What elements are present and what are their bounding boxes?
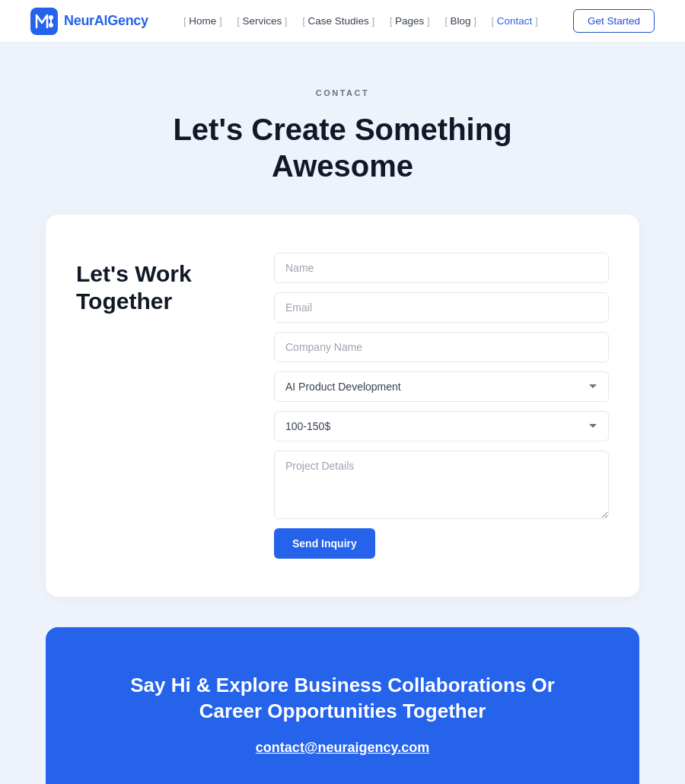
hero-label: CONTACT — [30, 88, 655, 97]
name-input[interactable] — [274, 253, 609, 283]
nav-services[interactable]: [ Services ] — [231, 11, 293, 31]
nav-pages[interactable]: [ Pages ] — [384, 11, 436, 31]
nav-case-studies[interactable]: [ Case Studies ] — [296, 11, 381, 31]
send-inquiry-button[interactable]: Send Inquiry — [274, 528, 375, 559]
svg-rect-0 — [30, 8, 58, 35]
hero-section: CONTACT Let's Create Something Awesome — [0, 43, 685, 215]
budget-select[interactable]: 100-150$ 150-300$ 300-500$ 500$+ — [274, 411, 609, 441]
cta-banner: Say Hi & Explore Business Collaborations… — [46, 627, 639, 784]
nav-menu: [ Home ] [ Services ] [ Case Studies ] [… — [177, 11, 543, 31]
service-select[interactable]: AI Product Development Machine Learning … — [274, 371, 609, 402]
card-left-content: Let's Work Together — [76, 253, 244, 315]
hero-title: Let's Create Something Awesome — [30, 111, 655, 184]
logo-text: NeurAlGency — [64, 13, 148, 29]
project-details-textarea[interactable] — [274, 451, 609, 519]
cta-email-link[interactable]: contact@neuraigency.com — [256, 740, 429, 755]
navbar: NeurAlGency [ Home ] [ Services ] [ Case… — [0, 0, 685, 43]
nav-contact[interactable]: [ Contact ] — [486, 11, 544, 31]
get-started-button[interactable]: Get Started — [573, 9, 655, 33]
contact-form: AI Product Development Machine Learning … — [274, 253, 609, 559]
contact-form-card: Let's Work Together AI Product Developme… — [46, 215, 639, 597]
cta-title: Say Hi & Explore Business Collaborations… — [76, 673, 609, 725]
nav-blog[interactable]: [ Blog ] — [438, 11, 482, 31]
email-input[interactable] — [274, 292, 609, 323]
card-left-title: Let's Work Together — [76, 260, 244, 315]
company-input[interactable] — [274, 332, 609, 362]
logo-icon — [30, 8, 58, 35]
logo: NeurAlGency — [30, 8, 148, 35]
nav-home[interactable]: [ Home ] — [177, 11, 228, 31]
